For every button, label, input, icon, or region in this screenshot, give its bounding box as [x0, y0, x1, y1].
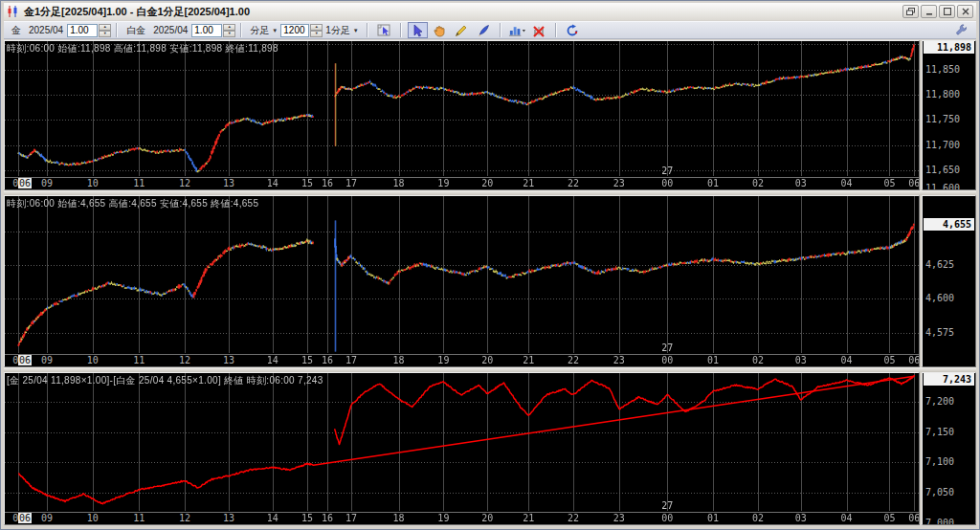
time-tick-label: 18: [393, 355, 405, 365]
instrument2-multiplier-stepper[interactable]: ▲▼: [223, 24, 235, 37]
time-tick-label: 09: [41, 355, 53, 365]
float-window-button[interactable]: [902, 5, 919, 18]
toolbar-separator: [240, 23, 242, 37]
time-tick-label: 11: [133, 355, 145, 365]
price-tick-label: 4,600: [925, 293, 954, 303]
time-tick-label: 05: [883, 355, 895, 365]
price-tick-label: 11,850: [925, 64, 960, 75]
gold-plot: 時刻:06:00 始値:11,898 高値:11,898 安値:11,898 終…: [4, 40, 920, 190]
indicators-button[interactable]: [507, 22, 527, 38]
price-tick-label: 11,600: [925, 183, 960, 190]
price-tick-label: 4,575: [925, 327, 954, 338]
time-tick-label: 22: [568, 178, 579, 188]
float-window-icon: [906, 8, 915, 15]
platinum-candle-chart[interactable]: [5, 196, 919, 353]
time-tick-label: 20: [481, 355, 493, 365]
bar-count-stepper[interactable]: ▲▼: [310, 24, 323, 37]
instrument1-month: 2025/04: [29, 25, 63, 35]
time-tick-label: 12: [179, 178, 190, 188]
time-tick-label: 23: [613, 513, 625, 523]
time-tick-label: 17: [345, 513, 357, 523]
maximize-button[interactable]: [939, 5, 955, 18]
pencil-tool-icon: [455, 24, 468, 37]
time-tick-label: 04: [841, 513, 853, 523]
wrench-icon: [955, 24, 968, 36]
time-tick-label: 01: [707, 513, 719, 523]
brush-tool-button[interactable]: [474, 22, 494, 38]
time-tick-label: 18: [393, 513, 405, 523]
pointer-tool-button[interactable]: [408, 22, 428, 38]
spread-line-chart[interactable]: [5, 373, 919, 511]
price-tick-label: 7,200: [925, 396, 954, 407]
chevron-down-icon: ▼: [272, 28, 278, 33]
time-tick-label: 12: [179, 355, 190, 365]
pointer-tool-icon: [412, 24, 424, 37]
time-tick-label: 00: [661, 513, 673, 523]
time-tick-label: 16: [322, 355, 333, 365]
interval-dropdown[interactable]: 1分足▼: [325, 24, 359, 37]
instrument2-label: 白金: [126, 24, 145, 37]
gold-current-price: 11,898: [924, 41, 974, 54]
hand-tool-button[interactable]: [430, 22, 450, 38]
time-tick-label: 09: [41, 513, 53, 523]
time-tick-label: 20: [481, 513, 493, 523]
time-tick-label: 16: [322, 178, 333, 188]
minimize-icon: [925, 8, 933, 15]
date-label: 27: [661, 500, 673, 511]
time-tick-label: 01: [707, 355, 719, 365]
time-tick-label: 21: [523, 178, 534, 188]
toolbar-separator: [555, 23, 557, 37]
platinum-time-axis: 06 0809101112131415161718192021222300010…: [5, 354, 919, 366]
time-tick-label: 21: [523, 513, 534, 523]
gold-time-axis: 06 0809101112131415161718192021222300010…: [5, 177, 919, 189]
time-tick-label: 05: [883, 513, 895, 523]
time-tick-label: 10: [87, 513, 99, 523]
gold-candle-chart[interactable]: [5, 41, 919, 176]
instrument1-multiplier-input[interactable]: [67, 24, 98, 37]
time-tick-label: 06: [908, 513, 919, 523]
price-tick-label: 7,150: [925, 427, 954, 437]
time-tick-label: 23: [613, 355, 625, 365]
minimize-button[interactable]: [921, 5, 937, 18]
gold-ohlc-readout: 時刻:06:00 始値:11,898 高値:11,898 安値:11,898 終…: [7, 42, 278, 55]
time-tick-label: 21: [523, 355, 534, 365]
gold-price-axis: 11,898 11,85011,80011,75011,70011,65011,…: [922, 40, 976, 190]
period-type-dropdown[interactable]: 分足▼: [250, 24, 278, 37]
toolbar-separator: [367, 23, 368, 37]
app-candlestick-icon: [7, 6, 20, 17]
chart-cursor-button[interactable]: [374, 22, 394, 38]
price-tick-label: 11,800: [925, 89, 960, 99]
pane-spread: [金 25/04 11,898×1.00]-[白金 25/04 4,655×1.…: [4, 372, 976, 525]
time-tick-label: 03: [795, 178, 807, 188]
spread-formula-readout: [金 25/04 11,898×1.00]-[白金 25/04 4,655×1.…: [7, 374, 323, 387]
price-tick-label: 11,750: [925, 114, 960, 124]
pane-platinum: 時刻:06:00 始値:4,655 高値:4,655 安値:4,655 終値:4…: [4, 195, 976, 367]
chart-region: 時刻:06:00 始値:11,898 高値:11,898 安値:11,898 終…: [4, 40, 976, 523]
settings-button[interactable]: [951, 22, 971, 38]
time-tick-label: 15: [301, 355, 313, 365]
time-tick-label: 23: [613, 178, 625, 188]
price-tick-label: 7,100: [925, 456, 954, 467]
time-tick-label: 22: [568, 355, 579, 365]
bar-count-input[interactable]: [280, 24, 309, 37]
date-label: 27: [661, 166, 673, 176]
refresh-button[interactable]: [563, 22, 583, 38]
pane-gold: 時刻:06:00 始値:11,898 高値:11,898 安値:11,898 終…: [4, 40, 976, 190]
time-tick-label: 19: [437, 355, 449, 365]
instrument2-multiplier-input[interactable]: [191, 24, 222, 37]
toolbar-separator: [400, 23, 402, 37]
instrument1-multiplier-stepper[interactable]: ▲▼: [99, 24, 111, 37]
chart-window: 金1分足[2025/04]1.00 - 白金1分足[2025/04]1.00 金: [0, 0, 980, 530]
price-tick-label: 7,050: [925, 487, 954, 497]
time-tick-label: 19: [437, 513, 449, 523]
time-tick-label: 19: [437, 178, 449, 188]
time-tick-label: 01: [707, 178, 719, 188]
time-tick-label: 02: [752, 513, 764, 523]
delete-chart-button[interactable]: [529, 22, 549, 38]
platinum-ohlc-readout: 時刻:06:00 始値:4,655 高値:4,655 安値:4,655 終値:4…: [7, 197, 258, 210]
time-tick-label: 14: [267, 178, 278, 188]
refresh-icon: [566, 24, 579, 37]
close-button[interactable]: [957, 5, 973, 18]
session-start-marker: 06: [18, 178, 32, 188]
pencil-tool-button[interactable]: [452, 22, 472, 38]
